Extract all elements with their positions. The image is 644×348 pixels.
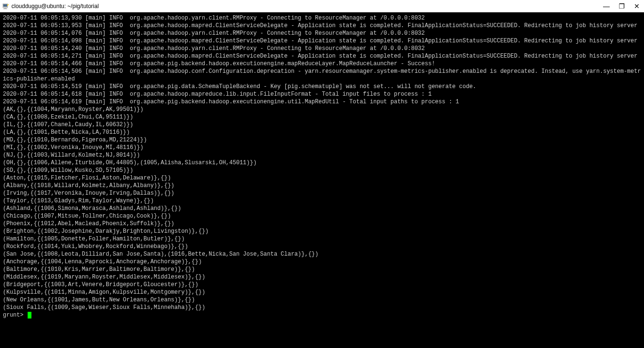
terminal-line: (Anchorage,{(1004,Lenna,Paprocki,Anchora… [3,258,641,266]
terminal-line: (LA,{},{(1001,Bette,Nicka,LA,70116)}) [3,129,641,136]
terminal-line: (Albany,{(1018,Willard,Kolmetz,Albany,Al… [3,182,641,189]
cursor [28,312,31,318]
terminal-line: 2020-07-11 06:05:14,619 [main] INFO org.… [3,98,641,106]
terminal-line: (Aston,{(1015,Fletcher,Flosi,Aston,Delaw… [3,174,641,182]
terminal-line: 2020-07-11 06:05:14,519 [main] INFO org.… [3,83,641,90]
terminal-line: (Irving,{(1017,Veronika,Inouye,Irving,Da… [3,189,641,197]
terminal-line: (MI,{},{(1002,Veronika,Inouye,MI,48116)}… [3,144,641,151]
terminal-line: (Middlesex,{(1019,Maryann,Royster,Middle… [3,273,641,281]
terminal-content[interactable]: 2020-07-11 06:05:13,930 [main] INFO org.… [0,12,644,321]
terminal-line: (NJ,{},{(1003,Willard,Kolmetz,NJ,8014)}) [3,151,641,159]
title-bar: cloudduggu@ubuntu: ~/pig/tutorial — ❐ ✕ [0,0,644,12]
terminal-line: (Taylor,{(1013,Gladys,Rim,Taylor,Wayne)}… [3,197,641,205]
maximize-button[interactable]: ❐ [618,3,625,10]
terminal-line: (Kulpsville,{(1011,Minna,Amigon,Kulpsvil… [3,288,641,296]
prompt-text: grunt> [3,311,27,319]
terminal-line: 2020-07-11 06:05:14,076 [main] INFO org.… [3,30,641,37]
terminal-line: (AK,{},{(1004,Maryann,Royster,AK,99501)}… [3,106,641,113]
terminal-line: (SD,{},{(1009,Willow,Kusko,SD,57105)}) [3,167,641,174]
title-left: cloudduggu@ubuntu: ~/pig/tutorial [2,2,99,10]
minimize-button[interactable]: — [603,3,610,10]
terminal-line: (OH,{},{(1006,Allene,Iturbide,OH,44805),… [3,159,641,167]
terminal-line: 2020-07-11 06:05:14,240 [main] INFO org.… [3,45,641,52]
svg-rect-2 [4,8,6,9]
terminal-line: (Ashland,{(1006,Simona,Morasca,Ashland,A… [3,205,641,212]
terminal-line: (Bridgeport,{(1003,Art,Venere,Bridgeport… [3,281,641,288]
terminal-line: (Brighton,{(1002,Josephine,Darakjy,Brigh… [3,228,641,235]
terminal-line: (Baltimore,{(1010,Kris,Marrier,Baltimore… [3,266,641,273]
terminal-line: 2020-07-11 06:05:14,271 [main] INFO org.… [3,52,641,60]
terminal-line: (MD,{},{(1010,Bernardo,Figeroa,MD,21224)… [3,136,641,144]
terminal-line: (San Jose,{(1008,Leota,Dilliard,San Jose… [3,250,641,258]
prompt-line[interactable]: grunt> [3,311,641,319]
terminal-line: (Phoenix,{(1012,Abel,Maclead,Phoenix,Suf… [3,220,641,228]
terminal-line: 2020-07-11 06:05:14,466 [main] INFO org.… [3,60,641,68]
window-title: cloudduggu@ubuntu: ~/pig/tutorial [11,3,99,10]
terminal-line: 2020-07-11 06:05:13,930 [main] INFO org.… [3,14,641,22]
terminal-line: (Sioux Falls,{(1009,Sage,Wieser,Sioux Fa… [3,304,641,311]
terminal-line: (Chicago,{(1007,Mitsue,Tollner,Chicago,C… [3,212,641,220]
terminal-line: (New Orleans,{(1001,James,Butt,New Orlea… [3,296,641,304]
terminal-line: 2020-07-11 06:05:14,098 [main] INFO org.… [3,37,641,45]
terminal-line: 2020-07-11 06:05:13,953 [main] INFO org.… [3,22,641,30]
terminal-line: (Hamilton,{(1005,Donette,Foller,Hamilton… [3,235,641,243]
svg-rect-1 [3,4,7,7]
terminal-line: (Rockford,{(1014,Yuki,Whobrey,Rockford,W… [3,243,641,250]
svg-rect-3 [3,9,7,9]
window-controls: — ❐ ✕ [603,3,640,10]
terminal-line: 2020-07-11 06:05:14,506 [main] INFO org.… [3,68,641,83]
terminal-line: (IL,{},{(1007,Chanel,Caudy,IL,60632)}) [3,121,641,129]
terminal-line: 2020-07-11 06:05:14,618 [main] INFO org.… [3,90,641,98]
terminal-line: (CA,{},{(1008,Ezekiel,Chui,CA,95111)}) [3,113,641,121]
close-button[interactable]: ✕ [634,3,640,10]
putty-icon [2,2,10,10]
